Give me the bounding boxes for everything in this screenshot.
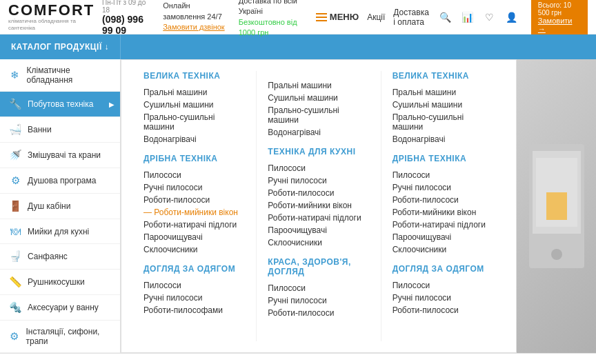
link-skloochysnyky-3[interactable]: Склоочисники: [393, 243, 494, 256]
section-title-odyah-3: ДОГЛЯД ЗА ОДЯГОМ: [393, 264, 494, 274]
aktsii-link[interactable]: Акції: [367, 12, 385, 22]
link-pylososy-odyah-3[interactable]: Пилососи: [393, 279, 494, 292]
header-nav: МЕНЮ Акції Доставка і оплата 🔍 📊 ♡ 👤: [316, 8, 520, 27]
online-label: Онлайн замовлення 24/7: [163, 1, 227, 22]
link-pralno-sushylni-1[interactable]: Прально-сушильні машини: [143, 111, 245, 133]
link-sushylni-1[interactable]: Сушильні машини: [143, 99, 245, 111]
header-icon-group: 🔍 📊 ♡ 👤: [437, 9, 520, 26]
link-roboty-pylososy-odyah-1[interactable]: Роботи-пилософами: [143, 304, 245, 316]
header-online-order: Онлайн замовлення 24/7 Замовити дзвінок: [163, 1, 227, 32]
section-title-dribna-1: ДРІБНА ТЕХНІКА: [143, 154, 245, 163]
analytics-icon[interactable]: 📊: [459, 9, 476, 26]
link-ruchni-pylososy-odyah-3[interactable]: Ручні пилососи: [393, 292, 494, 304]
chevron-right-icon: ▶: [109, 101, 115, 108]
sidebar-item-dushova[interactable]: ⚙ Душова програма: [0, 168, 120, 194]
delivery-label: Доставка по всій Україні: [239, 0, 305, 17]
account-icon[interactable]: 👤: [504, 9, 520, 26]
link-ruchni-pylososy-3[interactable]: Ручні пилососи: [393, 181, 494, 194]
link-roboty-pylososy-3[interactable]: Роботи-пилососи: [393, 194, 494, 206]
link-vodonahrivachi-2[interactable]: Водонагрівачі: [268, 126, 369, 139]
link-roboty-pylososy-1[interactable]: Роботи-пилососи: [143, 194, 245, 206]
link-roboty-natyrachy-1[interactable]: Роботи-натирачі підлоги: [143, 219, 245, 231]
sidebar-item-dush-kabiny[interactable]: 🚪 Душ кабіни: [0, 194, 120, 219]
link-pralni-2[interactable]: Пральні машини: [268, 79, 369, 92]
search-icon[interactable]: 🔍: [437, 9, 454, 26]
link-pylososy-2[interactable]: Пилососи: [268, 162, 369, 174]
dushova-icon: ⚙: [8, 174, 22, 187]
mega-col-1: ВЕЛИКА ТЕХНІКА Пральні машини Сушильні м…: [132, 71, 257, 341]
link-sushylni-2[interactable]: Сушильні машини: [268, 92, 369, 104]
link-roboty-myjnyky-vikion-3[interactable]: Роботи-мийники вікон: [393, 206, 494, 219]
order-callback-link[interactable]: Замовити дзвінок: [163, 23, 224, 31]
sidebar-item-aksesuary[interactable]: 🔩 Аксесуари у ванну: [0, 295, 120, 321]
link-roboty-myjnyky-vikion-1[interactable]: — Роботи-мийники вікон: [143, 206, 245, 219]
header: COMFORT кліматична обладнання та сантехн…: [0, 0, 596, 34]
link-paroochyshchuvachi-2[interactable]: Пароочищувачі: [268, 224, 369, 236]
link-skloochysnyky-1[interactable]: Склоочисники: [143, 243, 245, 256]
hero-image-placeholder: [517, 59, 596, 353]
sidebar: ❄ Кліматичне обладнання 🔧 Побутова техні…: [0, 59, 121, 353]
link-paroochyshchuvachi-1[interactable]: Пароочищувачі: [143, 231, 245, 243]
section-title-krasa-2: КРАСА, ЗДОРОВ'Я, ДОГЛЯД: [268, 257, 369, 276]
logo-block: COMFORT кліматична обладнання та сантехн…: [8, 3, 91, 31]
delivery-payment-link[interactable]: Доставка і оплата: [393, 8, 429, 27]
business-hours: Пн-Пт з 09 до 18: [102, 0, 152, 14]
link-vodonahrivachi-3[interactable]: Водонагрівачі: [393, 133, 494, 145]
sidebar-label-zmishuvachi: Змішувачі та крани: [28, 150, 101, 160]
hamburger-icon: [316, 13, 327, 21]
link-ruchni-pylososy-2[interactable]: Ручні пилососи: [268, 174, 369, 187]
link-roboty-pylososy-2[interactable]: Роботи-пилососи: [268, 187, 369, 199]
sidebar-label-sanfayans: Санфаянс: [28, 252, 68, 261]
link-pylososy-3[interactable]: Пилососи: [393, 169, 494, 181]
sidebar-item-myjky[interactable]: 🍽 Мийки для кухні: [0, 219, 120, 244]
section-title-odyah-1: ДОГЛЯД ЗА ОДЯГОМ: [143, 264, 245, 274]
pobutova-icon: 🔧: [8, 98, 22, 110]
link-skloochysnyky-2[interactable]: Склоочисники: [268, 236, 369, 249]
sidebar-item-zmishuvachi[interactable]: 🚿 Змішувачі та крани: [0, 143, 120, 168]
link-pylososy-1[interactable]: Пилососи: [143, 169, 245, 181]
sidebar-label-aksesuary: Аксесуари у ванну: [28, 303, 99, 312]
section-title-velyka-3: ВЕЛИКА ТЕХНІКА: [393, 71, 494, 81]
rushnyky-icon: 📏: [8, 276, 22, 288]
link-roboty-natyrachy-3[interactable]: Роботи-натирачі підлоги: [393, 219, 494, 231]
hero-image-area: [517, 59, 596, 353]
sidebar-label-dushova: Душова програма: [28, 176, 96, 185]
link-pylososy-odyah-1[interactable]: Пилососи: [143, 279, 245, 292]
logo-subtitle: кліматична обладнання та сантехніка: [8, 18, 91, 31]
instalyatsiyi-icon: ⚙: [8, 330, 21, 343]
sidebar-item-pobutova[interactable]: 🔧 Побутова техніка ▶: [0, 92, 120, 117]
sidebar-item-vanny[interactable]: 🛁 Ванни: [0, 117, 120, 143]
link-roboty-natyrachy-2[interactable]: Роботи-натирачі підлоги: [268, 212, 369, 224]
link-pralno-sushylni-2[interactable]: Прально-сушильні машини: [268, 104, 369, 126]
link-pralni-3[interactable]: Пральні машини: [393, 86, 494, 99]
link-ruchni-pylososy-krasa-2[interactable]: Ручні пилососи: [268, 294, 369, 307]
sidebar-item-instalyatsiyi[interactable]: ⚙ Інсталяції, сифони, трапи: [0, 321, 120, 353]
sidebar-item-klimatychne[interactable]: ❄ Кліматичне обладнання: [0, 59, 120, 92]
cart-order-button[interactable]: Замовити →: [538, 17, 581, 33]
menu-button[interactable]: МЕНЮ: [316, 12, 359, 22]
wishlist-icon[interactable]: ♡: [481, 9, 498, 26]
link-ruchni-pylososy-1[interactable]: Ручні пилососи: [143, 181, 245, 194]
link-paroochyshchuvachi-3[interactable]: Пароочищувачі: [393, 231, 494, 243]
sidebar-item-sanfayans[interactable]: 🚽 Санфаянс: [0, 244, 120, 270]
link-roboty-pylososy-krasa-2[interactable]: Роботи-пилососи: [268, 307, 369, 319]
link-vodonahrivachi-1[interactable]: Водонагрівачі: [143, 133, 245, 145]
cart-block[interactable]: Всього: 10 500 грн Замовити →: [531, 0, 588, 34]
link-pylososy-krasa-2[interactable]: Пилососи: [268, 282, 369, 294]
link-sushylni-3[interactable]: Сушильні машини: [393, 99, 494, 111]
main-container: ❄ Кліматичне обладнання 🔧 Побутова техні…: [0, 59, 596, 353]
section-title-velyka-1: ВЕЛИКА ТЕХНІКА: [143, 71, 245, 81]
link-roboty-pylososy-odyah-3[interactable]: Роботи-пилососи: [393, 304, 494, 316]
delivery-free: Безкоштовно від 1000 грн: [239, 17, 305, 39]
svg-point-3: [551, 249, 562, 260]
link-pralni-1[interactable]: Пральні машини: [143, 86, 245, 99]
sidebar-label-rushnyky: Рушникосушки: [28, 277, 85, 287]
phone-number: (098) 996 99 09: [102, 14, 152, 36]
sidebar-item-rushnyky[interactable]: 📏 Рушникосушки: [0, 270, 120, 295]
catalog-button[interactable]: КАТАЛОГ ПРОДУКЦІЇ ↓: [0, 34, 121, 59]
link-roboty-myjnyky-vikion-2[interactable]: Роботи-мийники вікон: [268, 199, 369, 212]
zmishuvachi-icon: 🚿: [8, 149, 22, 161]
link-pralno-sushylni-3[interactable]: Прально-сушильні машини: [393, 111, 494, 133]
mega-col-3: ВЕЛИКА ТЕХНІКА Пральні машини Сушильні м…: [381, 71, 505, 341]
link-ruchni-pylososy-odyah-1[interactable]: Ручні пилососи: [143, 292, 245, 304]
